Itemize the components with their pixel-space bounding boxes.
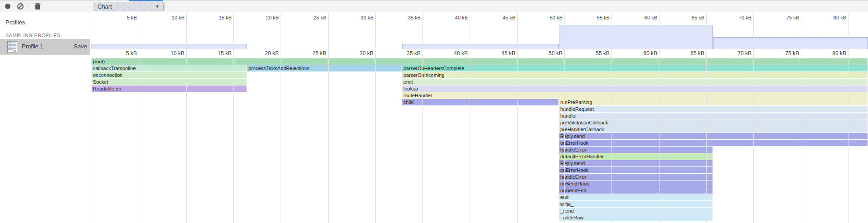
memory-overview[interactable] xyxy=(91,21,868,49)
overview-step xyxy=(92,44,247,49)
gridline xyxy=(186,13,187,223)
svg-text:%: % xyxy=(13,49,16,53)
flame-bar[interactable]: onErrorHook xyxy=(559,167,713,173)
flame-bar[interactable]: handleError xyxy=(559,174,713,180)
flame-bar[interactable]: preValidationCallback xyxy=(559,119,868,126)
ruler-tick-label-bottom: 45 kB xyxy=(486,50,515,57)
ruler-tick-label-top: 30 kB xyxy=(344,15,373,20)
sidebar-item-profile-1[interactable]: % Profile 1 Save xyxy=(0,39,90,55)
view-mode-select[interactable]: Chart ▼ xyxy=(93,2,165,11)
flame-bar[interactable]: callbackTrampoline xyxy=(92,65,247,71)
toolbar: Chart ▼ xyxy=(0,0,868,12)
ruler-tick-label-bottom: 50 kB xyxy=(533,50,563,57)
flame-bar[interactable]: Socket xyxy=(92,79,247,85)
overview-step xyxy=(559,25,713,49)
ruler-tick-label-bottom: 65 kB xyxy=(675,50,704,57)
flame-bar[interactable]: child xyxy=(402,99,558,105)
ruler-tick-label-top: 20 kB xyxy=(250,15,279,20)
record-button[interactable] xyxy=(2,0,14,12)
gridline xyxy=(422,13,423,223)
ruler-tick-label-bottom: 15 kB xyxy=(203,50,232,57)
ruler-tick-label-top: 75 kB xyxy=(770,15,799,20)
record-icon xyxy=(5,4,10,9)
gridline xyxy=(517,13,518,223)
gridline xyxy=(375,13,376,223)
gridline xyxy=(139,13,139,223)
ruler-tick-label-bottom: 70 kB xyxy=(723,50,752,57)
ruler-tick-label-top: 70 kB xyxy=(723,15,752,20)
flame-bar[interactable]: end xyxy=(559,194,713,200)
ruler-tick-label-bottom: 30 kB xyxy=(344,50,373,57)
ruler-tick-label-bottom: 55 kB xyxy=(581,50,610,57)
profile-name: Profile 1 xyxy=(22,43,44,50)
flame-bar[interactable]: onSendHook xyxy=(559,180,713,187)
gridline xyxy=(281,13,281,223)
ruler-tick-label-top: 25 kB xyxy=(297,15,326,20)
clear-button[interactable] xyxy=(15,0,26,12)
flame-bar[interactable]: Readable.on xyxy=(92,85,247,92)
ruler-tick-label-top: 35 kB xyxy=(392,15,421,20)
flame-bar[interactable]: write_ xyxy=(559,201,713,207)
flame-bar[interactable]: preHandlerCallback xyxy=(559,126,868,133)
ruler-tick-label-bottom: 80 kB xyxy=(817,50,846,57)
ruler-tick-label-bottom: 75 kB xyxy=(770,50,799,57)
toolbar-divider xyxy=(29,3,29,10)
gridline xyxy=(564,13,565,223)
ruler-tick-label-top: 5 kB xyxy=(108,15,137,20)
delete-profile-button[interactable] xyxy=(32,0,44,12)
ruler-tick-label-top: 50 kB xyxy=(533,15,563,20)
flame-bar[interactable]: parserOnHeadersComplete xyxy=(402,65,868,71)
overview-baseline xyxy=(91,49,868,49)
view-mode-value: Chart xyxy=(97,3,112,10)
ruler-tick-label-bottom: 40 kB xyxy=(439,50,468,57)
flame-bar[interactable]: handleError xyxy=(559,147,713,153)
ruler-tick-label-top: 80 kB xyxy=(817,15,846,20)
save-profile-link[interactable]: Save xyxy=(73,43,87,50)
flame-bar[interactable]: _send xyxy=(559,208,713,214)
gridline xyxy=(706,13,707,223)
sidebar: Profiles SAMPLING PROFILES % Profile 1 S… xyxy=(0,13,90,223)
gridline xyxy=(848,13,849,223)
gridline xyxy=(801,13,801,223)
ruler-tick-label-bottom: 25 kB xyxy=(297,50,326,57)
flame-bar[interactable]: handler xyxy=(559,113,868,119)
profile-chart-icon: % xyxy=(7,41,17,53)
ruler-tick-label-bottom: 60 kB xyxy=(628,50,657,57)
gridline xyxy=(659,13,659,223)
flame-bar[interactable]: runPreParsing xyxy=(559,99,868,105)
ruler-tick-label-bottom: 35 kB xyxy=(392,50,421,57)
flame-bar[interactable]: lookup xyxy=(402,85,868,92)
sampling-profiles-section-label: SAMPLING PROFILES xyxy=(5,33,60,38)
flame-bar[interactable]: routeHandler xyxy=(402,92,868,99)
ruler-tick-label-bottom: 20 kB xyxy=(250,50,279,57)
gridline xyxy=(470,13,470,223)
flame-bar[interactable]: parserOnIncoming xyxy=(402,72,868,78)
flame-bar[interactable]: defaultErrorHandler xyxy=(559,153,713,160)
sidebar-title: Profiles xyxy=(5,19,25,26)
gridline xyxy=(328,13,329,223)
ruler-tick-label-top: 55 kB xyxy=(581,15,610,20)
flame-bar[interactable]: _writeRaw xyxy=(559,214,713,221)
ruler-tick-label-bottom: 5 kB xyxy=(108,50,137,57)
flame-bar[interactable]: onErrorHook xyxy=(559,140,868,146)
clear-icon xyxy=(17,3,24,9)
flame-bar[interactable]: Reply.send xyxy=(559,133,868,139)
flame-bar[interactable]: (root) xyxy=(92,58,868,65)
flame-bar[interactable]: onconnection xyxy=(92,72,247,78)
ruler-tick-label-top: 45 kB xyxy=(486,15,515,20)
ruler-tick-label-top: 40 kB xyxy=(439,15,468,20)
delete-icon xyxy=(34,3,41,10)
ruler-tick-label-top: 10 kB xyxy=(155,15,184,20)
flame-bar[interactable]: emit xyxy=(402,79,868,85)
flame-bar[interactable]: handleRequest xyxy=(559,106,868,112)
chevron-down-icon: ▼ xyxy=(155,4,160,9)
ruler-tick-label-top: 15 kB xyxy=(203,15,232,20)
flame-bar[interactable]: onSendEnd xyxy=(559,187,713,194)
ruler-tick-label-bottom: 10 kB xyxy=(155,50,184,57)
ruler-tick-label-top: 65 kB xyxy=(675,15,704,20)
ruler-tick-label-top: 60 kB xyxy=(628,15,657,20)
gridline xyxy=(611,13,612,223)
chart-pane: (root)callbackTrampolineprocessTicksAndR… xyxy=(91,13,868,223)
flame-bar[interactable]: Reply.send xyxy=(559,160,713,166)
flame-bar[interactable]: processTicksAndRejections xyxy=(247,65,402,71)
